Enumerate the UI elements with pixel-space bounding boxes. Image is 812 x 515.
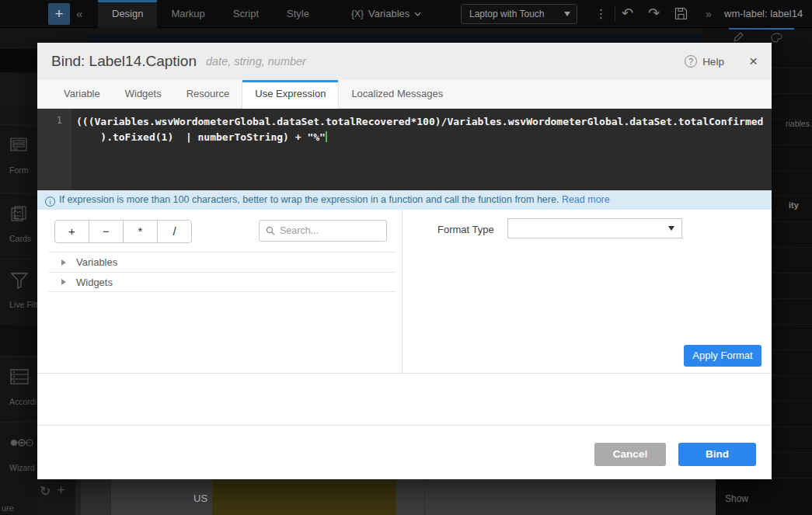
tab-resource[interactable]: Resource [174,80,242,109]
sidebar-row [0,49,37,72]
tree-node-label: Widgets [76,277,113,288]
sidebar-item-form[interactable]: Form [0,124,37,190]
tab-localized-messages[interactable]: Localized Messages [339,80,455,109]
inspector-active-tab-indicator [729,28,794,30]
variables-icon: {X} [351,0,364,28]
add-page-button[interactable]: + [48,3,70,25]
undo-icon[interactable]: ↶ [622,0,633,26]
design-canvas[interactable]: US [110,479,716,515]
show-property-label: Show [725,493,748,504]
dialog-footer: Cancel Bind [37,425,772,479]
sidebar-item-accordion[interactable]: Accordi [0,356,37,421]
tab-markup[interactable]: Markup [157,0,218,28]
read-more-link[interactable]: Read more [562,194,610,205]
panel-scrollbar[interactable] [75,479,81,515]
expression-info-banner: iIf expression is more than 100 characte… [37,190,772,210]
palette-icon[interactable] [771,33,782,43]
tree-node-variables[interactable]: Variables [48,252,396,272]
multiply-operator-button[interactable]: * [123,220,158,243]
format-type-label: Format Type [437,224,494,235]
canvas-guide-line [424,479,425,515]
expand-caret-icon [61,259,67,266]
tab-variable[interactable]: Variable [51,80,113,109]
expand-inspector-icon[interactable]: » [706,0,712,28]
tree-node-label: Variables [76,256,117,268]
wavemaker-studio: + « Design Markup Script Style {X} Varia… [0,0,812,515]
wizard-steps-icon [10,438,33,447]
cards-icon [10,206,27,221]
bind-dialog: Bind: Label14.Caption date, string, numb… [37,43,772,479]
sidebar-item-live-filter[interactable]: Live Filt [0,259,37,324]
pencil-icon[interactable] [734,32,744,42]
toolbar-divider [615,6,615,22]
sidebar-item-cards[interactable]: Cards [0,193,37,258]
editor-line-number: 1 [37,109,71,190]
search-input[interactable] [280,225,373,236]
code-line-2: ).toFixed(1) | numberToString) + "%" [76,131,326,143]
expand-caret-icon [61,278,67,286]
sidebar-item-label: Form [9,165,29,175]
refresh-icon[interactable]: ↻ [40,483,51,499]
tab-use-expression[interactable]: Use Expression [242,80,339,110]
code-line-1: (((Variables.wsvWordometerGlobal.dataSet… [76,114,767,130]
sidebar-item-label: Wizard [9,463,35,472]
clipped-label-text: ure [2,503,14,513]
search-box[interactable] [259,220,387,242]
sidebar-item-label: Live Filt [9,300,37,309]
help-icon[interactable]: ? [685,55,697,68]
sidebar-row [0,75,37,106]
property-value-fragment: riables.wsv [786,119,812,128]
close-icon[interactable]: × [749,53,758,70]
sidebar-item-label: Cards [9,234,31,243]
editor-code-area[interactable]: (((Variables.wsvWordometerGlobal.dataSet… [71,109,772,190]
form-icon [10,137,27,151]
help-label[interactable]: Help [702,56,724,68]
inspector-header-strip [703,28,812,43]
dialog-header: Bind: Label14.Caption date, string, numb… [37,43,772,80]
plus-operator-button[interactable]: + [54,220,89,243]
bind-dialog-tabs: Variable Widgets Resource Use Expression… [37,80,772,109]
chevron-down-icon [414,12,421,16]
funnel-icon [10,272,29,289]
search-icon [266,226,275,235]
bind-button[interactable]: Bind [678,443,756,466]
more-options-icon[interactable]: ⋮ [595,0,607,28]
info-icon: i [45,197,55,207]
widget-palette-sidebar: Form Cards Live Filt Accordi Wizar [0,28,37,515]
tab-widgets[interactable]: Widgets [113,80,174,109]
binding-source-tree: Variables Widgets [48,252,396,292]
collapse-panel-icon[interactable]: « [76,0,82,28]
property-label-fragment: ity [789,200,799,210]
cancel-button[interactable]: Cancel [594,443,666,466]
device-preview-select[interactable]: Laptop with Touch [461,4,577,24]
sidebar-item-label: Accordi [9,397,37,406]
tab-design[interactable]: Design [98,0,157,28]
chart-bar [212,479,396,515]
save-icon[interactable] [674,7,688,20]
sidebar-item-wizard[interactable]: Wizard [0,422,37,487]
inspector-bottom-row: Show [716,479,812,515]
format-type-select[interactable] [507,218,682,238]
tab-script[interactable]: Script [219,0,273,28]
tab-style[interactable]: Style [273,0,323,28]
tree-node-widgets[interactable]: Widgets [48,272,396,292]
redo-icon[interactable]: ↷ [648,0,660,26]
dialog-title: Bind: Label14.Caption [51,53,197,70]
selected-element-outline [89,34,703,43]
variables-menu[interactable]: {X} Variables [351,0,421,28]
dialog-subtitle: date, string, number [206,55,306,68]
caret-down-icon [564,12,570,16]
inspector-panel-title: wm-label: label14 [724,0,812,28]
properties-panel-rail: riables.wsv ity [772,43,812,479]
divide-operator-button[interactable]: / [157,220,192,243]
format-pane: Format Type Apply Format [403,210,772,374]
add-widget-icon[interactable]: + [57,482,65,499]
dialog-body: + − * / Variables Widgets [37,210,772,374]
expression-tools-pane: + − * / Variables Widgets [37,210,403,374]
canvas-gutter [81,479,110,515]
apply-format-button[interactable]: Apply Format [684,345,761,367]
minus-operator-button[interactable]: − [89,220,124,243]
top-toolbar: + « Design Markup Script Style {X} Varia… [0,0,812,28]
info-text: If expression is more than 100 character… [59,194,562,205]
expression-editor[interactable]: 1 (((Variables.wsvWordometerGlobal.dataS… [37,109,772,190]
